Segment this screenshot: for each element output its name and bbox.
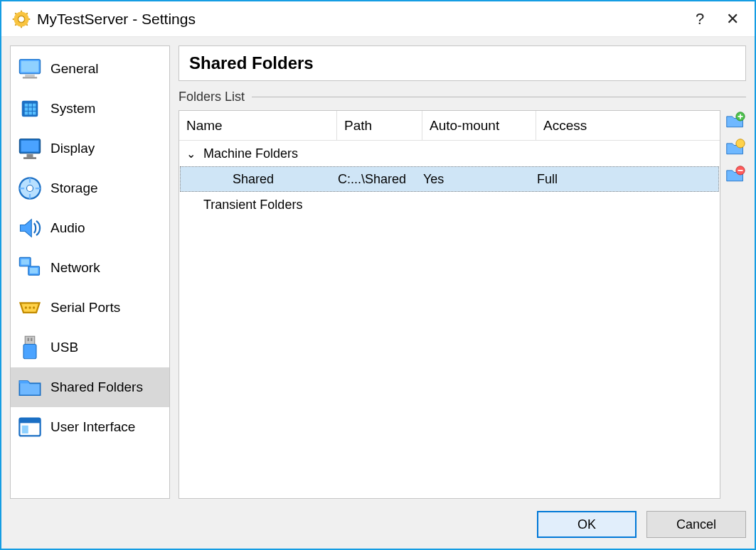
- folders-tree[interactable]: Name Path Auto-mount Access ⌄ Machine Fo…: [179, 110, 720, 499]
- close-button[interactable]: ✕: [716, 10, 749, 28]
- sidebar-item-label: Storage: [50, 180, 98, 196]
- col-mount[interactable]: Auto-mount: [422, 111, 536, 140]
- svg-rect-18: [21, 141, 39, 152]
- svg-rect-20: [23, 157, 36, 158]
- sidebar-item-audio[interactable]: Audio: [11, 208, 169, 248]
- network-icon: [16, 254, 43, 281]
- page-title: Shared Folders: [189, 53, 735, 73]
- sidebar-item-label: Shared Folders: [50, 379, 143, 395]
- svg-rect-31: [23, 345, 36, 359]
- svg-rect-30: [25, 336, 35, 344]
- svg-rect-33: [31, 338, 32, 342]
- sidebar-item-label: Serial Ports: [50, 300, 120, 316]
- svg-rect-36: [22, 426, 28, 433]
- group-transient-folders[interactable]: › Transient Folders: [179, 192, 720, 217]
- page-header: Shared Folders: [179, 45, 746, 81]
- cancel-button[interactable]: Cancel: [646, 511, 746, 538]
- group-machine-folders[interactable]: ⌄ Machine Folders: [179, 141, 720, 166]
- dialog-footer: OK Cancel: [10, 499, 746, 540]
- tree-header: Name Path Auto-mount Access: [179, 111, 720, 141]
- sidebar-item-system[interactable]: System: [11, 89, 169, 129]
- group-label-text: Folders List: [179, 90, 245, 104]
- chip-icon: [16, 95, 43, 122]
- sidebar-item-general[interactable]: General: [11, 49, 169, 89]
- svg-rect-8: [25, 104, 27, 106]
- titlebar: MyTestServer - Settings ? ✕: [1, 1, 755, 37]
- edit-folder-button[interactable]: [725, 137, 746, 158]
- folder-row[interactable]: Shared C:...\Shared Yes Full: [180, 166, 719, 192]
- svg-point-38: [736, 139, 745, 148]
- svg-point-28: [28, 306, 31, 308]
- svg-rect-9: [29, 104, 31, 106]
- sidebar: General System Display Storage Audio Net…: [10, 45, 170, 499]
- chevron-down-icon[interactable]: ⌄: [186, 147, 203, 161]
- display-icon: [16, 135, 43, 162]
- cell-mount: Yes: [423, 172, 537, 187]
- tree-body: ⌄ Machine Folders Shared C:...\Shared Ye…: [179, 141, 720, 217]
- cell-path: C:...\Shared: [338, 172, 423, 187]
- cell-access: Full: [537, 172, 718, 187]
- sidebar-item-storage[interactable]: Storage: [11, 168, 169, 208]
- sidebar-item-usb[interactable]: USB: [11, 328, 169, 367]
- settings-gear-icon: [11, 9, 31, 29]
- svg-point-27: [25, 306, 27, 308]
- group-label: Transient Folders: [203, 198, 302, 212]
- serial-port-icon: [16, 294, 43, 321]
- sidebar-item-serial[interactable]: Serial Ports: [11, 288, 169, 328]
- svg-rect-25: [21, 259, 29, 265]
- disk-icon: [16, 175, 43, 202]
- content-area: Shared Folders Folders List Name Path Au…: [179, 45, 746, 499]
- col-access[interactable]: Access: [536, 111, 720, 140]
- col-path[interactable]: Path: [337, 111, 422, 140]
- sidebar-item-network[interactable]: Network: [11, 248, 169, 288]
- sidebar-item-label: Network: [50, 260, 100, 276]
- folders-list-area: Name Path Auto-mount Access ⌄ Machine Fo…: [179, 110, 746, 499]
- side-buttons: [725, 110, 746, 499]
- dialog-body: General System Display Storage Audio Net…: [1, 37, 755, 549]
- svg-rect-10: [33, 104, 36, 106]
- svg-rect-5: [25, 75, 35, 77]
- ui-icon: [16, 414, 43, 441]
- svg-rect-26: [30, 268, 38, 274]
- cell-name: Shared: [233, 172, 338, 187]
- svg-point-22: [27, 185, 33, 192]
- group-label: Machine Folders: [203, 146, 298, 161]
- sidebar-item-label: USB: [50, 340, 78, 355]
- help-button[interactable]: ?: [683, 10, 716, 28]
- divider: [252, 97, 746, 97]
- remove-folder-button[interactable]: [725, 164, 746, 185]
- main-area: General System Display Storage Audio Net…: [10, 45, 746, 499]
- add-folder-button[interactable]: [725, 110, 746, 131]
- svg-rect-13: [33, 108, 36, 110]
- usb-icon: [16, 334, 43, 361]
- svg-rect-19: [27, 154, 33, 158]
- svg-rect-35: [19, 419, 40, 424]
- col-name[interactable]: Name: [179, 111, 337, 140]
- speaker-icon: [16, 215, 43, 242]
- svg-point-2: [18, 16, 25, 22]
- sidebar-item-label: General: [50, 61, 99, 77]
- ok-button[interactable]: OK: [537, 511, 637, 538]
- folder-icon: [16, 374, 43, 401]
- sidebar-item-label: Audio: [50, 220, 85, 236]
- sidebar-item-shared-folders[interactable]: Shared Folders: [11, 367, 169, 407]
- monitor-icon: [16, 55, 43, 82]
- svg-point-29: [33, 306, 35, 308]
- svg-rect-14: [25, 112, 27, 114]
- sidebar-item-label: Display: [50, 141, 95, 156]
- sidebar-item-label: User Interface: [50, 419, 135, 435]
- window-title: MyTestServer - Settings: [37, 11, 683, 28]
- svg-rect-12: [29, 108, 31, 110]
- svg-rect-11: [25, 108, 27, 110]
- svg-rect-32: [28, 338, 29, 342]
- svg-rect-6: [23, 77, 37, 78]
- svg-rect-16: [33, 112, 36, 114]
- sidebar-item-ui[interactable]: User Interface: [11, 407, 169, 447]
- sidebar-item-label: System: [50, 101, 95, 117]
- sidebar-item-display[interactable]: Display: [11, 129, 169, 168]
- folders-list-group-label: Folders List: [179, 90, 746, 104]
- svg-rect-15: [29, 112, 31, 114]
- svg-rect-4: [21, 61, 39, 72]
